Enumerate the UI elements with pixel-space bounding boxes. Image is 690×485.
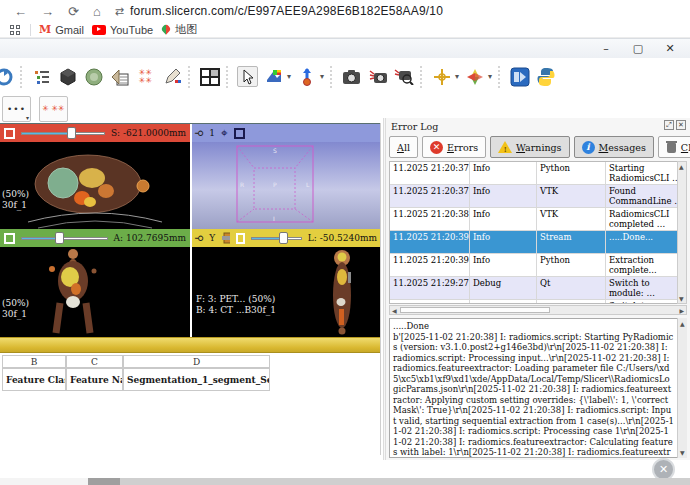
- col-header-b[interactable]: B: [2, 355, 66, 368]
- green-slice-slider[interactable]: [21, 232, 108, 244]
- filter-messages-button[interactable]: i Messages: [574, 136, 654, 158]
- red-slice-slider[interactable]: [21, 127, 105, 139]
- close-button[interactable]: ✕: [654, 39, 686, 59]
- log-row[interactable]: 11.2025 21:20:39InfoPythonExtraction com…: [390, 254, 686, 277]
- bookmark-gmail-label: Gmail: [55, 24, 84, 36]
- cell-feature-name[interactable]: Feature Name: [66, 368, 123, 391]
- mouse-mode-icon[interactable]: [237, 66, 258, 87]
- site-settings-icon[interactable]: ⇄: [115, 5, 124, 18]
- modules-cube-icon[interactable]: [57, 66, 78, 87]
- back-icon[interactable]: ←: [14, 5, 27, 18]
- bottom-scrollbar[interactable]: [0, 478, 690, 485]
- green-slice-header: A: 102.7695mm: [0, 229, 190, 247]
- red-slice-viewport[interactable]: (50%) 30f_1: [0, 142, 190, 229]
- bounding-box-wireframe: S I R L P: [192, 142, 381, 229]
- place-point-dropdown-icon[interactable]: ▾: [320, 72, 324, 81]
- browser-navbar: ← → ⟳ ⌂ ⇄ forum.slicercn.com/c/E997AEE9A…: [0, 0, 690, 22]
- module-history-icon[interactable]: [0, 66, 14, 87]
- yellow-slice-viewport[interactable]: F: 3: PET... (50%) B: 4: CT ...B30f_1: [192, 247, 381, 338]
- youtube-icon: [92, 25, 106, 35]
- composite-icon[interactable]: [221, 231, 230, 245]
- close-panel-icon[interactable]: ✕: [676, 120, 686, 130]
- green-slice-viewport[interactable]: (50%) 30f_1: [0, 247, 190, 338]
- map-pin-icon: [161, 25, 171, 35]
- col-header-d[interactable]: D: [123, 355, 270, 368]
- window-level-dropdown-icon[interactable]: ▾: [287, 72, 291, 81]
- address-bar[interactable]: ⇄ forum.slicercn.com/c/E997AEE9A298E6B18…: [115, 4, 443, 18]
- bookmarks-bar: M Gmail YouTube 地图: [0, 22, 690, 38]
- more-options-button[interactable]: ••• ▾: [2, 96, 31, 122]
- maximize-button[interactable]: ▢: [622, 39, 654, 59]
- scene-capture-icon[interactable]: [367, 66, 388, 87]
- slice-intersections-icon[interactable]: [464, 66, 485, 87]
- three-d-header: ⚲ 1 ⌖: [192, 124, 381, 142]
- bookmark-gmail[interactable]: M Gmail: [39, 23, 84, 36]
- view-menu-icon[interactable]: [234, 128, 245, 139]
- home-icon[interactable]: ⌂: [93, 5, 101, 18]
- window-level-icon[interactable]: [263, 66, 284, 87]
- float-panel-icon[interactable]: ⤢: [664, 120, 674, 130]
- extensions-manager-icon[interactable]: [509, 66, 530, 87]
- log-row[interactable]: 11.2025 21:29:27DebugQtSwitch to module:…: [390, 277, 686, 300]
- filter-warnings-button[interactable]: ! Warnings: [490, 136, 569, 158]
- screenshot-icon[interactable]: [341, 66, 362, 87]
- filter-all-button[interactable]: All: [389, 136, 418, 158]
- place-point-icon[interactable]: [296, 66, 317, 87]
- apps-grid-icon[interactable]: [10, 25, 20, 35]
- cell-segment[interactable]: Segmentation_1_segment_Segme…: [123, 368, 270, 391]
- log-row[interactable]: 11.2025 21:20:37InfoVTKFound CommandLine…: [390, 185, 686, 208]
- red-slice-header: S: -621.0000mm: [0, 124, 190, 142]
- scrollbar-thumb[interactable]: [88, 478, 120, 485]
- log-row[interactable]: Switch to: [390, 300, 686, 304]
- crosshair-dropdown-icon[interactable]: ▾: [455, 72, 459, 81]
- view-menu-icon[interactable]: [4, 233, 15, 244]
- table-view-bar[interactable]: [0, 337, 381, 353]
- cell-feature-class[interactable]: Feature Class: [2, 368, 66, 391]
- scroll-down-icon: ▼: [680, 449, 685, 456]
- log-horizontal-scrollbar[interactable]: ◀▶: [389, 305, 687, 315]
- log-detail-text[interactable]: .....Done b'[2025-11-02 21:20:38] I: rad…: [389, 318, 687, 458]
- yellow-view-corner-annotation: F: 3: PET... (50%) B: 4: CT ...B30f_1: [196, 294, 276, 316]
- col-header-c[interactable]: C: [66, 355, 123, 368]
- red-slice-view: S: -621.0000mm (50%) 30f_1: [0, 124, 190, 229]
- python-console-icon[interactable]: [535, 66, 556, 87]
- toolbar-separator: [226, 66, 231, 88]
- modules-list-icon[interactable]: [31, 66, 52, 87]
- center-view-icon[interactable]: ⌖: [221, 127, 228, 139]
- crosshair-icon[interactable]: [431, 66, 452, 87]
- layout-icon[interactable]: [199, 66, 220, 87]
- forward-icon[interactable]: →: [41, 5, 54, 18]
- scene-views-icon[interactable]: [393, 66, 414, 87]
- log-entries-table: 11.2025 21:20:37InfoPythonStarting Radio…: [389, 161, 687, 304]
- log-row[interactable]: 11.2025 21:20:38InfoVTKRadiomicsCLI comp…: [390, 208, 686, 231]
- annotation-pencil-icon[interactable]: [161, 66, 182, 87]
- pin-icon[interactable]: ⚲: [194, 129, 205, 136]
- pin-icon[interactable]: ⚲: [194, 234, 205, 241]
- log-vertical-scrollbar[interactable]: ▲▼: [677, 161, 687, 304]
- yellow-slice-offset-label: L: -50.5240mm: [308, 233, 377, 243]
- markups-place-button[interactable]: ✳ ✳✳: [39, 96, 68, 122]
- log-filter-buttons: All ✕ Errors ! Warnings i Messages Clear: [389, 136, 687, 158]
- view-menu-icon[interactable]: [4, 128, 15, 139]
- log-row-selected[interactable]: 11.2025 21:20:39InfoStream.....Done...: [390, 231, 686, 254]
- app-titlebar[interactable]: – ▢ ✕: [0, 38, 690, 58]
- three-d-viewport[interactable]: S I R L P: [192, 142, 381, 229]
- clear-log-button[interactable]: Clear: [658, 136, 690, 158]
- markups-icon[interactable]: ✳✳✳✳: [135, 66, 156, 87]
- main-toolbar: ✳✳✳✳ ▾ ▾ ▾ ▾: [0, 58, 690, 95]
- url-text[interactable]: forum.slicercn.com/c/E997AEE9A298E6B182E…: [130, 4, 443, 18]
- slice-intersections-dropdown-icon[interactable]: ▾: [488, 72, 492, 81]
- toolbar-separator: [498, 66, 503, 88]
- log-row[interactable]: 11.2025 21:20:37InfoPythonStarting Radio…: [390, 162, 686, 185]
- detail-vertical-scrollbar[interactable]: ▲▼: [677, 318, 687, 458]
- minimize-button[interactable]: –: [590, 39, 622, 59]
- module-sphere-icon[interactable]: [83, 66, 104, 87]
- view-menu-icon[interactable]: [236, 233, 244, 244]
- bookmark-youtube[interactable]: YouTube: [92, 24, 153, 36]
- filter-errors-button[interactable]: ✕ Errors: [422, 136, 486, 158]
- orientation-label-i: I: [273, 215, 275, 222]
- goto-module-icon[interactable]: [109, 66, 130, 87]
- yellow-slice-slider[interactable]: [251, 232, 302, 244]
- reload-icon[interactable]: ⟳: [68, 5, 79, 18]
- bookmark-maps[interactable]: 地图: [161, 22, 197, 37]
